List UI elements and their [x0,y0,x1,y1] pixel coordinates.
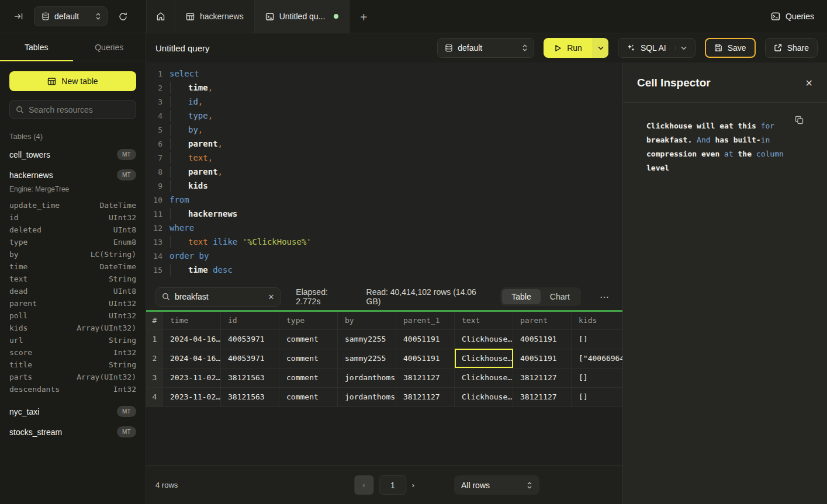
row-count-label: 4 rows [155,481,178,489]
table-cell[interactable]: 38121563 [221,368,279,387]
table-cell[interactable]: comment [279,387,338,406]
table-cell[interactable]: 2023-11-02… [163,387,221,406]
page-size-selector[interactable]: All rows [454,475,539,495]
column-header-text[interactable]: text [455,312,513,329]
tab-home[interactable] [146,0,175,33]
table-cell[interactable]: 2024-04-16… [163,329,221,349]
view-toggle-chart[interactable]: Chart [541,289,579,304]
line-number: 6 [146,140,162,148]
save-button[interactable]: Save [705,38,756,58]
table-cell[interactable]: 40051191 [513,349,572,368]
table-cell[interactable]: [] [572,387,623,406]
sql-ai-button[interactable]: SQL AI [618,38,695,58]
column-header-id[interactable]: id [221,312,279,329]
column-header-kids[interactable]: kids [572,312,623,329]
table-cell[interactable]: jordanthoms [338,368,396,387]
table-cell[interactable]: 38121563 [221,387,279,406]
run-options-button[interactable] [593,38,608,58]
refresh-button[interactable] [116,9,130,24]
table-cell[interactable]: [] [572,368,623,387]
more-options-button[interactable]: ⋯ [596,289,613,305]
table-cell[interactable]: comment [279,329,338,349]
row-number-cell[interactable]: 2 [147,349,163,368]
table-cell[interactable]: 38121127 [513,387,572,406]
code-token: , [208,83,213,92]
collapse-sidebar-button[interactable] [12,9,26,23]
column-header-time[interactable]: time [163,312,221,329]
table-cell[interactable]: sammy2255 [338,349,396,368]
table-cell[interactable]: jordanthoms [338,387,396,406]
share-icon [774,44,782,52]
tab-untitled-query[interactable]: Untitled qu... [255,0,350,33]
column-type: LC(String) [91,250,136,259]
share-button[interactable]: Share [765,38,818,58]
table-cell[interactable]: 40051191 [396,349,455,368]
column-header-rownum[interactable]: # [147,312,163,329]
table-cell[interactable]: 2024-04-16… [163,349,221,368]
line-number: 3 [146,98,162,106]
column-header-by[interactable]: by [338,312,396,329]
view-toggle-table[interactable]: Table [502,289,540,304]
column-header-parent[interactable]: parent [513,312,572,329]
column-header-type[interactable]: type [279,312,338,329]
line-code: parent, [169,139,223,148]
read-stat: Read: 40,414,102 rows (14.06 GB) [366,287,486,306]
sidebar-search[interactable] [9,100,136,119]
code-token: select [169,69,199,78]
sidebar-tab-tables[interactable]: Tables [0,33,73,61]
table-cell[interactable]: comment [279,368,338,387]
clear-search-button[interactable]: ✕ [268,293,274,301]
table-cell[interactable]: 40053971 [221,329,279,349]
table-cell[interactable]: 38121127 [396,387,455,406]
query-database-selector[interactable]: default [437,38,534,58]
column-name: type [9,238,27,246]
sidebar-tab-queries[interactable]: Queries [73,33,146,61]
table-cell[interactable]: 38121127 [396,368,455,387]
table-column-row: typeEnum8 [0,236,146,248]
sidebar-table-item-stocks_stream[interactable]: stocks_streamMT [0,422,146,442]
selected-cell[interactable]: Clickhouse… [455,349,513,368]
new-table-button[interactable]: New table [9,71,136,91]
table-cell[interactable]: sammy2255 [338,329,396,349]
column-header-parent_1[interactable]: parent_1 [396,312,455,329]
results-search-input[interactable] [175,292,263,301]
table-cell[interactable]: [] [572,329,623,349]
run-button[interactable]: Run [544,38,593,58]
previous-page-button[interactable]: ‹ [354,475,373,495]
sidebar-search-input[interactable] [29,105,130,114]
table-cell[interactable]: Clickhouse… [455,387,513,406]
table-cell[interactable]: Clickhouse… [455,368,513,387]
column-name: update_time [9,201,60,210]
next-page-button[interactable]: › [412,481,414,489]
table-cell[interactable]: 38121127 [513,368,572,387]
table-cell[interactable]: 2023-11-02… [163,368,221,387]
sql-ai-options-button[interactable] [675,46,687,50]
sidebar-table-item-cell_towers[interactable]: cell_towersMT [0,144,146,165]
editor-line: 5by, [146,123,622,137]
chevron-updown-icon [527,481,532,489]
sql-editor[interactable]: 1select2time,3id,4type,5by,6parent,7text… [146,62,622,283]
tab-hackernews[interactable]: hackernews [175,0,255,33]
topbar-database-selector[interactable]: default [34,6,108,26]
table-cell[interactable]: comment [279,349,338,368]
table-cell[interactable]: 40051191 [513,329,572,349]
row-number-cell[interactable]: 3 [147,368,163,387]
row-number-cell[interactable]: 4 [147,387,163,406]
queries-button[interactable]: Queries [758,0,827,33]
table-cell[interactable]: ["40066964… [572,349,623,368]
code-token: hackernews [188,209,237,218]
results-search[interactable]: ✕ [155,287,281,307]
cell-inspector-title: Cell Inspector [637,77,711,89]
table-cell[interactable]: 40053971 [221,349,279,368]
table-cell[interactable]: 40051191 [396,329,455,349]
sidebar-table-item-hackernews[interactable]: hackernewsMT [0,165,146,185]
row-number-cell[interactable]: 1 [147,329,163,349]
table-cell[interactable]: Clickhouse… [455,329,513,349]
new-tab-button[interactable]: ＋ [350,0,378,33]
copy-cell-value-button[interactable] [795,116,804,124]
sidebar-table-item-nyc_taxi[interactable]: nyc_taxiMT [0,401,146,422]
close-inspector-button[interactable]: ✕ [805,78,813,89]
play-icon [554,44,562,52]
page-number-input[interactable] [379,475,406,495]
query-database-value: default [458,43,517,53]
